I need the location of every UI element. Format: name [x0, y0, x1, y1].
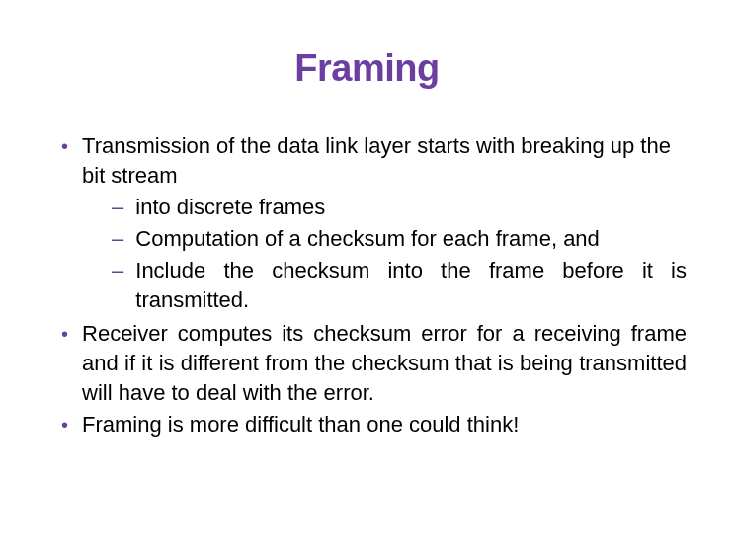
bullet-text: Transmission of the data link layer star… — [82, 133, 671, 188]
bullet-item: • Framing is more difficult than one cou… — [61, 410, 687, 440]
sub-item: – into discrete frames — [112, 193, 687, 222]
bullet-text: Framing is more difficult than one could… — [82, 410, 687, 440]
slide-title: Framing — [0, 47, 734, 90]
sub-item: – Computation of a checksum for each fra… — [112, 224, 687, 254]
sub-text: Computation of a checksum for each frame… — [135, 224, 687, 254]
dash-marker-icon: – — [112, 224, 123, 254]
slide-content: • Transmission of the data link layer st… — [0, 131, 734, 440]
bullet-marker-icon: • — [61, 319, 68, 349]
sub-item: – Include the checksum into the frame be… — [112, 256, 687, 315]
dash-marker-icon: – — [112, 193, 123, 222]
dash-marker-icon: – — [112, 256, 123, 285]
bullet-body: Transmission of the data link layer star… — [82, 131, 687, 317]
bullet-list: • Transmission of the data link layer st… — [61, 131, 687, 440]
bullet-marker-icon: • — [61, 410, 68, 440]
slide-container: Framing • Transmission of the data link … — [0, 0, 734, 560]
bullet-item: • Receiver computes its checksum error f… — [61, 319, 687, 408]
bullet-item: • Transmission of the data link layer st… — [61, 131, 687, 317]
sub-text: Include the checksum into the frame befo… — [135, 256, 687, 315]
sub-list: – into discrete frames – Computation of … — [112, 193, 687, 315]
sub-text: into discrete frames — [135, 193, 687, 222]
bullet-marker-icon: • — [61, 131, 68, 161]
bullet-text: Receiver computes its checksum error for… — [82, 319, 687, 408]
